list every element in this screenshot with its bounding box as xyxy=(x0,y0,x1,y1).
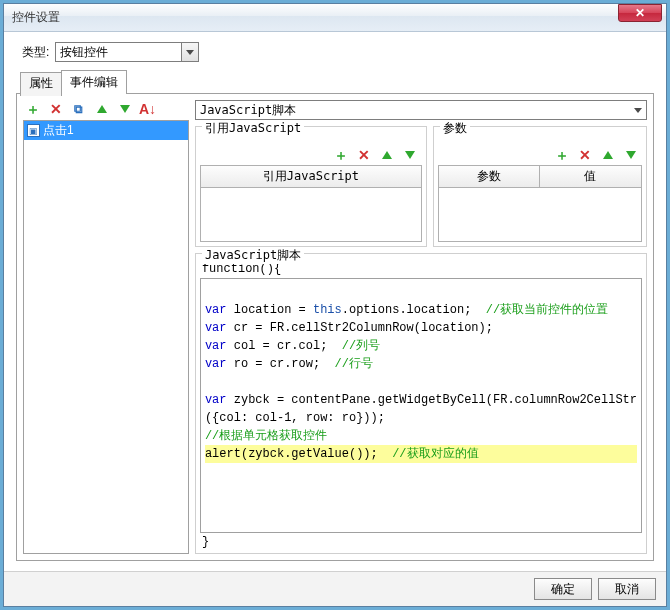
chevron-down-icon xyxy=(186,50,194,55)
copy-icon[interactable]: ⧉ xyxy=(71,101,86,116)
event-icon: ▣ xyxy=(27,124,40,137)
param-grid-header: 参数 值 xyxy=(438,165,642,188)
tab-events[interactable]: 事件编辑 xyxy=(61,70,127,94)
content-area: 类型: 属性 事件编辑 ＋ ✕ ⧉ xyxy=(4,32,666,571)
window-title: 控件设置 xyxy=(12,9,618,26)
delete-icon[interactable]: ✕ xyxy=(577,147,592,162)
move-down-icon[interactable] xyxy=(403,147,418,162)
ref-grid-body[interactable] xyxy=(200,188,422,242)
ok-button[interactable]: 确定 xyxy=(534,578,592,600)
event-list[interactable]: ▣ 点击1 xyxy=(23,120,189,554)
ok-label: 确定 xyxy=(551,581,575,598)
param-fieldset: 参数 ＋ ✕ 参数 值 xyxy=(433,126,647,247)
titlebar: 控件设置 ✕ xyxy=(4,4,666,32)
events-panel: ＋ ✕ ⧉ A↓ ▣ 点击1 JavaScript脚本 xyxy=(16,93,654,561)
list-item[interactable]: ▣ 点击1 xyxy=(24,121,188,140)
ref-legend: 引用JavaScript xyxy=(202,120,304,137)
move-down-icon[interactable] xyxy=(117,101,132,116)
tab-strip: 属性 事件编辑 xyxy=(20,70,654,94)
tab-attributes[interactable]: 属性 xyxy=(20,72,62,96)
delete-icon[interactable]: ✕ xyxy=(357,147,372,162)
param-col-name[interactable]: 参数 xyxy=(438,165,540,188)
delete-icon[interactable]: ✕ xyxy=(48,101,63,116)
ref-js-fieldset: 引用JavaScript ＋ ✕ 引用JavaScript xyxy=(195,126,427,247)
move-up-icon[interactable] xyxy=(380,147,395,162)
script-type-select[interactable]: JavaScript脚本 xyxy=(195,100,647,120)
cancel-button[interactable]: 取消 xyxy=(598,578,656,600)
cancel-label: 取消 xyxy=(615,581,639,598)
script-type-value: JavaScript脚本 xyxy=(200,102,296,119)
type-combo[interactable] xyxy=(55,42,199,62)
event-list-pane: ＋ ✕ ⧉ A↓ ▣ 点击1 xyxy=(23,100,189,554)
tab-label: 事件编辑 xyxy=(70,75,118,89)
add-icon[interactable]: ＋ xyxy=(334,147,349,162)
param-legend: 参数 xyxy=(440,120,470,137)
chevron-down-icon xyxy=(634,108,642,113)
function-close: } xyxy=(200,533,642,549)
param-grid-body[interactable] xyxy=(438,188,642,242)
add-icon[interactable]: ＋ xyxy=(25,101,40,116)
type-dropdown-button[interactable] xyxy=(181,42,199,62)
dialog-window: 控件设置 ✕ 类型: 属性 事件编辑 ＋ xyxy=(3,3,667,607)
event-item-label: 点击1 xyxy=(43,122,74,139)
script-pane: JavaScript脚本 引用JavaScript ＋ ✕ 引用Jav xyxy=(195,100,647,554)
type-row: 类型: xyxy=(16,42,654,62)
ref-toolbar: ＋ ✕ xyxy=(200,147,422,162)
sort-icon[interactable]: A↓ xyxy=(140,101,155,116)
move-up-icon[interactable] xyxy=(94,101,109,116)
type-label: 类型: xyxy=(22,44,49,61)
ref-col-header[interactable]: 引用JavaScript xyxy=(200,165,422,188)
script-fieldset: JavaScript脚本 function(){ var location = … xyxy=(195,253,647,554)
tab-label: 属性 xyxy=(29,76,53,90)
function-open: function(){ xyxy=(200,262,642,278)
script-legend: JavaScript脚本 xyxy=(202,247,304,264)
dialog-footer: 确定 取消 xyxy=(4,571,666,606)
ref-grid-header: 引用JavaScript xyxy=(200,165,422,188)
event-toolbar: ＋ ✕ ⧉ A↓ xyxy=(23,100,189,120)
close-button[interactable]: ✕ xyxy=(618,4,662,22)
param-col-value[interactable]: 值 xyxy=(540,165,642,188)
ref-param-row: 引用JavaScript ＋ ✕ 引用JavaScript xyxy=(195,126,647,247)
close-icon: ✕ xyxy=(635,6,645,20)
type-input[interactable] xyxy=(55,42,181,62)
code-editor[interactable]: var location = this.options.location; //… xyxy=(200,278,642,533)
move-down-icon[interactable] xyxy=(623,147,638,162)
move-up-icon[interactable] xyxy=(600,147,615,162)
add-icon[interactable]: ＋ xyxy=(554,147,569,162)
param-toolbar: ＋ ✕ xyxy=(438,147,642,162)
